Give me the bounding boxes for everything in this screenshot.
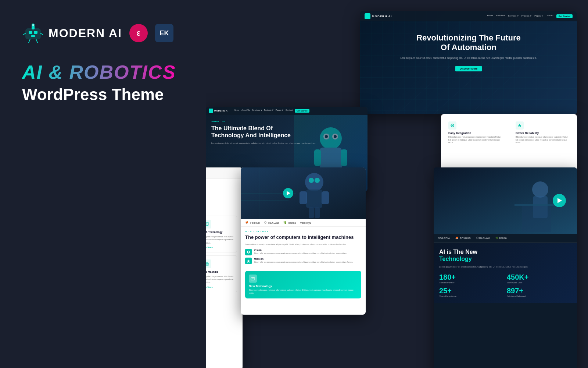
vision-title: Vision xyxy=(254,249,347,251)
new-tech-icon xyxy=(249,275,257,283)
svg-rect-46 xyxy=(306,190,322,208)
svg-point-45 xyxy=(305,173,323,191)
factory-get-started[interactable]: Get Started xyxy=(556,14,573,18)
hexlab-logo: ⬡ HEXLAB xyxy=(264,221,279,224)
stats-title: AI is The New Technology xyxy=(439,248,571,262)
velocity-logo: velocity9 xyxy=(300,222,311,224)
svg-rect-3 xyxy=(31,35,35,37)
svg-rect-48 xyxy=(322,191,329,204)
svg-rect-47 xyxy=(300,191,307,204)
culture-text: Lorem dolor sit amet, consectetur adipis… xyxy=(245,243,361,246)
stat-years-label: Years Experience xyxy=(439,295,504,297)
culture-label: OUR CULTURE xyxy=(245,230,361,233)
sgardia-logo: SGARDIA xyxy=(438,237,450,240)
heading-wp: WordPress Theme xyxy=(22,85,184,104)
kanba-logo: 🌿 kanba xyxy=(283,221,296,224)
elementor-icon: ε xyxy=(137,28,140,38)
about-title: The Ultimate Blend Of Technology And Int… xyxy=(211,125,362,139)
hexlab-dark-logo: ⬡ HEXLAB xyxy=(476,237,490,240)
kanba-dark-logo: 🌿 kanba xyxy=(495,237,507,240)
easy-integration-icon xyxy=(448,121,456,130)
factory-nav: MODERN AI Home About Us Services ∨ Proje… xyxy=(360,11,577,21)
stat-years: 25+ Years Experience xyxy=(439,287,504,297)
video-play-btn[interactable] xyxy=(283,188,293,198)
better-reliability-title: Better Reliability xyxy=(516,131,570,135)
features-grid: Easy Integration Bibendum odo natus nato… xyxy=(441,114,577,152)
easy-integration-feature: Easy Integration Bibendum odo natus nato… xyxy=(445,118,507,147)
vision-item: Vision Etiam felis leo congue augue amet… xyxy=(245,249,361,255)
mission-item: Mission Etiam felis leo congue augue ame… xyxy=(245,258,361,264)
mission-icon xyxy=(245,258,252,264)
stats-grid: 180+ Trusted Partner 450K+ Worldwide Use… xyxy=(439,273,571,297)
culture-title: The power of computers to intelligent ma… xyxy=(245,234,361,241)
stats-screenshot: SGARDIA 🦊 FOXHUB ⬡ HEXLAB 🌿 kanba AI is … xyxy=(434,167,577,368)
play-triangle xyxy=(287,191,290,195)
better-reliability-feature: Better Reliability Bibendum odo natus na… xyxy=(511,118,573,147)
stat-years-number: 25+ xyxy=(439,287,504,295)
ek-icon: EK xyxy=(159,29,169,37)
new-tech-text: Bibendum odo natus natoque ullamcorper v… xyxy=(249,289,358,294)
factory-title: Revolutionizing The Future Of Automation xyxy=(368,33,570,53)
culture-robot-svg xyxy=(241,167,366,219)
svg-line-9 xyxy=(36,39,37,43)
foxhub-dark-logo: 🦊 FOXHUB xyxy=(455,237,471,240)
svg-point-52 xyxy=(315,178,320,183)
stats-section: AI is The New Technology Lorem ipsum dol… xyxy=(434,243,577,303)
stat-trusted-label: Trusted Partner xyxy=(439,282,504,284)
about-nav: MODERN AI Home About Us Services ∨ Proje… xyxy=(206,107,368,115)
video-play-btn-2[interactable] xyxy=(553,194,566,207)
culture-screenshot: 🦊 FoxHub ⬡ HEXLAB 🌿 kanba velocity9 OUR … xyxy=(241,167,366,315)
svg-point-61 xyxy=(532,181,548,198)
about-content: ABOUT US The Ultimate Blend Of Technolog… xyxy=(206,115,368,151)
svg-line-8 xyxy=(29,39,30,43)
svg-rect-2 xyxy=(34,31,37,34)
foxhub-logo: 🦊 FoxHub xyxy=(245,221,260,224)
stat-trusted-number: 180+ xyxy=(439,273,504,282)
culture-items: Vision Etiam felis leo congue augue amet… xyxy=(245,249,361,264)
stats-text: Lorem ipsum dolor sit amet consectetur a… xyxy=(439,265,571,269)
vision-text: Etiam felis leo congue augue amet purus … xyxy=(254,252,347,255)
about-label: ABOUT US xyxy=(211,120,362,123)
robot-icon xyxy=(22,22,44,44)
stat-users-label: Worldwide User xyxy=(507,282,571,284)
about-screen-logo: MODERN AI xyxy=(209,109,229,113)
stat-trusted: 180+ Trusted Partner xyxy=(439,273,504,284)
ek-badge: EK xyxy=(155,24,173,42)
factory-subtitle: Lorem ipsum dolor sit amet, consectetur … xyxy=(368,56,570,60)
factory-discover-btn[interactable]: Discover More xyxy=(455,66,482,71)
elementor-badge: ε xyxy=(129,24,148,42)
easy-integration-title: Easy Integration xyxy=(448,131,504,135)
svg-rect-63 xyxy=(514,204,559,206)
partners-dark: SGARDIA 🦊 FOXHUB ⬡ HEXLAB 🌿 kanba xyxy=(434,234,577,243)
brand-name: MODERN AI xyxy=(49,26,122,40)
new-tech-title: New Technology xyxy=(249,284,358,288)
svg-rect-49 xyxy=(309,207,314,218)
vision-icon xyxy=(245,249,252,255)
svg-rect-50 xyxy=(315,207,320,218)
svg-rect-1 xyxy=(29,31,32,34)
svg-rect-64 xyxy=(522,206,551,232)
factory-screenshot: MODERN AI Home About Us Services ∨ Proje… xyxy=(360,11,577,114)
culture-robot-image xyxy=(241,167,366,219)
factory-nav-links: Home About Us Services ∨ Projects ∨ Page… xyxy=(487,14,573,18)
play-icon xyxy=(557,198,562,203)
svg-rect-19 xyxy=(341,149,347,166)
stat-solutions-number: 897+ xyxy=(507,287,571,295)
video-section xyxy=(434,167,577,234)
factory-logo: MODERN AI xyxy=(365,13,392,19)
stat-users: 450K+ Worldwide User xyxy=(507,273,571,284)
easy-integration-text: Bibendum odo natus natoque ullamcorper v… xyxy=(448,136,504,144)
new-technology-card: New Technology Bibendum odo natus natoqu… xyxy=(245,271,361,298)
factory-content: Revolutionizing The Future Of Automation… xyxy=(360,26,577,79)
svg-point-57 xyxy=(248,252,249,252)
svg-rect-0 xyxy=(26,29,40,39)
about-text: Lorem ipsum dolor sit amet, consectetur … xyxy=(211,142,362,145)
svg-point-37 xyxy=(206,223,207,224)
brand-logo: MODERN AI xyxy=(22,22,122,44)
about-get-started[interactable]: Get Started xyxy=(295,109,309,113)
stat-users-number: 450K+ xyxy=(507,273,571,282)
svg-rect-18 xyxy=(314,149,321,166)
better-reliability-icon xyxy=(516,121,524,130)
mission-text: Etiam felis leo congue augue amet purus … xyxy=(254,261,353,264)
partners-row: 🦊 FoxHub ⬡ HEXLAB 🌿 kanba velocity9 xyxy=(241,219,366,227)
